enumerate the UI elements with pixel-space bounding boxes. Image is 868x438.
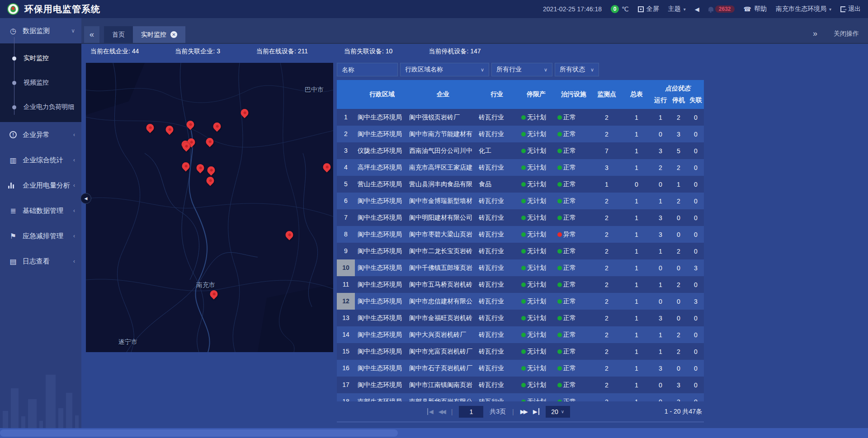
status-ok-dot-icon (557, 216, 562, 220)
cell-industry: 砖瓦行业 (477, 331, 517, 339)
status-ok-dot-icon (557, 115, 562, 120)
sidebar-item-企业电力负荷明细[interactable]: 企业电力负荷明细 (0, 95, 81, 119)
cell-industry: 化工 (477, 147, 517, 155)
table-row[interactable]: 17阆中生态环境局阆中市江南镇阆南页岩砖瓦行业无计划正常21030 (337, 377, 704, 393)
org-dropdown[interactable]: 南充市生态环境局▾ (776, 5, 831, 13)
tabs-scroll-left-button[interactable]: « (84, 26, 99, 43)
cell-run: 2 (651, 164, 670, 171)
map-panel[interactable]: 巴中市南充市遂宁市 ◀ (86, 63, 333, 352)
page-size-select[interactable]: 20∨ (546, 406, 570, 418)
sidebar-item-实时监控[interactable]: 实时监控 (0, 46, 81, 71)
logout-button[interactable]: 退出 (840, 5, 861, 13)
sidebar-item-视频监控[interactable]: 视频监控 (0, 71, 81, 95)
table-row[interactable]: 5营山生态环境局营山县润丰肉食品有限食品无计划正常10010 (337, 176, 704, 193)
tabs-scroll-right-button[interactable]: » (813, 29, 817, 38)
speaker-mute-button[interactable]: ◀ (695, 6, 699, 13)
tab-实时监控[interactable]: 实时监控✕ (133, 26, 185, 43)
table-row[interactable]: 13阆中生态环境局阆中市金福旺页岩机砖砖瓦行业无计划正常21300 (337, 310, 704, 326)
cell-limit-status: 无计划 (517, 147, 556, 155)
table-row[interactable]: 14阆中生态环境局阆中大兴页岩机砖厂砖瓦行业无计划正常21120 (337, 326, 704, 343)
cell-industry: 砖瓦行业 (477, 164, 517, 172)
fullscreen-button[interactable]: 全屏 (638, 5, 659, 13)
sidebar-group-label: 企业综合统计 (23, 156, 73, 165)
table-row[interactable]: 3仪陇生态环境局西南油气田分公司川中化工无计划正常71350 (337, 142, 704, 159)
status-ok-dot-icon (521, 115, 526, 120)
cell-industry: 砖瓦行业 (477, 130, 517, 138)
sidebar-group-logs[interactable]: ▤日志查看‹ (0, 249, 81, 274)
tab-bar: « 首页实时监控✕ » 关闭操作 (81, 18, 868, 44)
status-ok-dot-icon (557, 383, 562, 387)
close-operations-button[interactable]: 关闭操作 (834, 30, 859, 38)
cell-limit-status: 无计划 (517, 314, 556, 322)
industry-filter-select[interactable]: 所有行业∨ (491, 63, 552, 76)
cell-points: 2 (592, 214, 622, 221)
cell-facility-status: 正常 (556, 164, 592, 172)
sidebar-group-label: 日志查看 (23, 257, 73, 266)
sidebar-group-enterprise-statistics[interactable]: ▥企业综合统计‹ (0, 147, 81, 173)
name-filter-input[interactable] (337, 63, 398, 76)
table-row[interactable]: 9阆中生态环境局阆中市二龙长宝页岩砖砖瓦行业无计划正常21120 (337, 243, 704, 259)
cell-industry: 砖瓦行业 (477, 364, 517, 372)
cell-lost: 0 (688, 331, 704, 339)
megaphone-icon: ⚑ (8, 232, 18, 240)
chevron-down-icon: ∨ (71, 28, 75, 34)
previous-page-button[interactable]: ◀◀ (439, 408, 445, 415)
status-ok-dot-icon (521, 216, 526, 220)
table-row[interactable]: 4高坪生态环境局南充市高坪区王家店建砖瓦行业无计划正常31220 (337, 159, 704, 176)
cell-points: 7 (592, 147, 622, 155)
tab-首页[interactable]: 首页 (104, 26, 133, 43)
sidebar-group-enterprise-abnormal[interactable]: !企业异常‹ (0, 122, 81, 147)
table-row[interactable]: 15阆中生态环境局阆中市光富页岩机砖厂砖瓦行业无计划正常21120 (337, 343, 704, 360)
table-row[interactable]: 18南部生态环境局南部县新华页岩有限公砖瓦行业无计划正常21030 (337, 393, 704, 401)
cell-company: 南充市高坪区王家店建 (409, 164, 477, 172)
first-page-button[interactable]: ◀ (427, 408, 432, 415)
notification-button[interactable]: 2632 (708, 5, 735, 13)
top-header: 环保用电监管系统 2021-02-25 17:46:18 0 ℃ 全屏 主题▾ … (0, 0, 868, 18)
last-page-button[interactable]: ▶ (533, 408, 539, 415)
cell-meters: 1 (622, 131, 651, 138)
table-row[interactable]: 10阆中生态环境局阆中千佛镇五郎垭页岩砖瓦行业无计划正常21003 (337, 259, 704, 276)
horizontal-scrollbar[interactable] (0, 428, 868, 438)
table-row[interactable]: 16阆中生态环境局阆中市石子页岩机砖厂砖瓦行业无计划正常21300 (337, 360, 704, 377)
cell-run: 0 (651, 264, 670, 272)
table-row[interactable]: 7阆中生态环境局阆中明阳建材有限公司砖瓦行业无计划正常21300 (337, 209, 704, 226)
cell-meters: 1 (622, 315, 651, 322)
theme-dropdown[interactable]: 主题▾ (668, 5, 686, 13)
cell-company: 阆中市金博瑞新型墙材 (409, 197, 477, 205)
cell-index: 1 (337, 109, 355, 126)
cell-lost: 0 (688, 398, 704, 402)
cell-points: 2 (592, 114, 622, 121)
col-header-point-status-group: 点位状态 运行 停机 失联 (651, 80, 704, 109)
sidebar-group-emergency[interactable]: ⚑应急减排管理‹ (0, 223, 81, 249)
status-filter-select[interactable]: 所有状态∨ (555, 63, 599, 76)
cell-points: 2 (592, 248, 622, 255)
col-header-stop: 停机 (670, 96, 688, 104)
sidebar-group-data-monitoring[interactable]: ◷数据监测∨ (0, 18, 81, 43)
cell-company: 阆中市枣碧大梁山页岩 (409, 231, 477, 239)
cell-stop: 2 (670, 198, 688, 205)
region-filter-select[interactable]: 行政区域名称∨ (400, 63, 489, 76)
table-row[interactable]: 12阆中生态环境局阆中市忠信建材有限公砖瓦行业无计划正常21003 (337, 293, 704, 310)
cell-meters: 1 (622, 348, 651, 355)
tab-close-icon[interactable]: ✕ (170, 31, 177, 38)
table-row[interactable]: 8阆中生态环境局阆中市枣碧大梁山页岩砖瓦行业无计划异常21300 (337, 226, 704, 243)
cell-index: 5 (337, 176, 355, 193)
status-ok-dot-icon (557, 249, 562, 254)
cell-facility-status: 正常 (556, 180, 592, 188)
current-page-input[interactable]: 1 (459, 406, 483, 418)
horizontal-scrollbar-thumb[interactable] (0, 429, 398, 437)
table-row[interactable]: 11阆中生态环境局阆中市五马桥页岩机砖砖瓦行业无计划正常21120 (337, 276, 704, 293)
status-ok-dot-icon (521, 249, 526, 254)
table-row[interactable]: 6阆中生态环境局阆中市金博瑞新型墙材砖瓦行业无计划正常21120 (337, 193, 704, 209)
sidebar-group-base-data[interactable]: ≣基础数据管理‹ (0, 198, 81, 223)
app-logo-icon (7, 3, 19, 15)
table-row[interactable]: 1阆中生态环境局阆中强锐页岩砖厂砖瓦行业无计划正常21120 (337, 109, 704, 126)
sidebar-group-power-analysis[interactable]: 企业用电量分析‹ (0, 173, 81, 198)
cell-industry: 砖瓦行业 (477, 264, 517, 272)
map-collapse-handle[interactable]: ◀ (80, 193, 91, 204)
next-page-button[interactable]: ▶▶ (520, 408, 527, 415)
cell-lost: 0 (688, 281, 704, 288)
help-button[interactable]: ☎ 帮助 (744, 5, 767, 13)
table-row[interactable]: 2阆中生态环境局阆中市南方节能建材有砖瓦行业无计划正常21030 (337, 126, 704, 142)
status-ok-dot-icon (521, 366, 526, 371)
